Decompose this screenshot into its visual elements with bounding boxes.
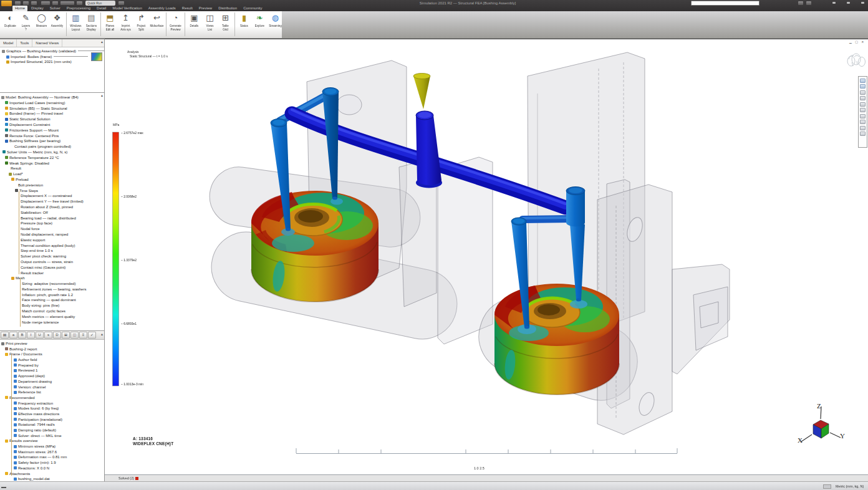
tree-row[interactable]: Refinement zones — bearing, washers [0,287,104,292]
details-toolbar-button[interactable]: ▤ [1,332,9,339]
details-row[interactable]: Minimum stress (MPa) [0,444,104,449]
tree-row[interactable]: Match control: cyclic faces [0,309,104,314]
project-tab[interactable]: Named Views [32,39,62,47]
tree-row[interactable]: Remote Force: Centered Pins [0,133,104,139]
details-toolbar-button[interactable]: B [18,332,26,339]
details-row[interactable]: Prepared by [0,363,104,368]
details-row[interactable]: Bushing-2 report [0,347,104,352]
details-row[interactable]: Modes found: 6 (by freq) [0,406,104,411]
details-row[interactable]: Reactions: X 0.0 N [0,466,104,471]
tree-row[interactable]: Model: Bushing Assembly — Nonlinear (B4) [0,95,104,100]
project-tab[interactable]: Model [0,39,17,47]
details-row[interactable]: Reference list [0,390,104,395]
tree-row[interactable]: Nodal displacement, ramped [0,232,104,238]
zoom-icon[interactable] [860,90,866,95]
tree-row[interactable]: Thermal condition applied (body) [0,243,104,249]
project-row[interactable]: Graphics — Bushing Assembly (validated) [0,49,104,54]
details-row[interactable]: Participation (translational) [0,417,104,423]
details-row[interactable]: Print preview [0,341,104,347]
details-toolbar-button[interactable]: ≡ [79,332,87,339]
light-icon[interactable] [860,132,866,136]
tree-row[interactable]: Step end time 1.0 s [0,248,104,254]
tree-row[interactable]: Stabilization: Off [0,210,104,216]
details-row[interactable]: Department drawing [0,379,104,385]
details-toolbar-button[interactable]: ✓ [88,332,96,339]
tree-row[interactable]: Rotation about Z (fixed), pinned [0,204,104,210]
tree-row[interactable]: Time Steps [0,188,104,194]
tree-row[interactable]: Load* [0,171,104,177]
pan-icon[interactable] [860,79,866,83]
details-toolbar-button[interactable]: ⊞ [62,332,70,339]
details-toolbar-button[interactable]: s [44,332,52,339]
front-icon[interactable] [860,102,866,107]
tree-row[interactable]: Result tracker [0,271,104,276]
tree-row[interactable]: Inflation: pinch, growth rate 1.2 [0,292,104,298]
details-row[interactable]: Approved (dept) [0,373,104,379]
tree-row[interactable]: Simulation (B5) — Static Structural [0,106,104,112]
details-row[interactable]: Deformation max — 0.81 mm [0,454,104,460]
tree-row[interactable]: Solver Units — Metric (mm, kg, N, s) [0,150,104,155]
details-toolbar-button[interactable]: I [27,332,35,339]
orientation-triad[interactable] [801,406,841,442]
panel1-scroll-arrow[interactable]: ▲ [100,40,104,44]
details-row[interactable]: Solver: direct — MKL time [0,433,104,439]
details-row[interactable]: Maximum stress: 267.6 [0,449,104,455]
project-row[interactable]: Imported Structural, 2021 (mm units) [0,59,104,65]
tree-row[interactable]: Bolt pretension [0,183,104,188]
tree-row[interactable]: Node merge tolerance [0,320,104,325]
details-toolbar-button[interactable]: D [53,332,61,339]
tree-row[interactable]: Static Structural Solution [0,117,104,122]
details-row[interactable]: Safety factor (min): 1.9 [0,460,104,466]
tree-row[interactable]: Contact misc (Gauss point) [0,265,104,271]
wireframe-icon[interactable] [860,114,866,118]
tree-row[interactable]: Displacement Constraint [0,122,104,128]
details-row[interactable]: Frequency extraction [0,401,104,406]
project-tab[interactable]: Tools [17,39,32,47]
details-row[interactable]: Results overview [0,438,104,444]
tree-row[interactable]: Reference Temperature 22 °C [0,155,104,161]
details-row[interactable]: Version: channel [0,385,104,390]
iso-icon[interactable] [860,108,866,112]
tree-row[interactable]: Preload [0,177,104,183]
tree-scroll-arrow[interactable]: ▲ [100,94,104,97]
tree-row[interactable]: Displacement X — constrained [0,193,104,199]
tree-row[interactable]: Pressure (top face) [0,221,104,226]
tree-row[interactable]: Sizing: adaptive (recommended) [0,281,104,287]
details-row[interactable]: Attachments [0,471,104,477]
tree-row[interactable]: Displacement Y — free travel (limited) [0,199,104,204]
tree-row[interactable]: Body sizing: pins (fine) [0,303,104,309]
details-scroll-arrow[interactable]: ▲ [100,332,104,336]
tree-row[interactable]: Weak Springs: Disabled [0,161,104,166]
tree-row[interactable]: Bonded (frame) — Pinned travel [0,111,104,117]
preview-thumbnail[interactable] [91,52,102,61]
details-row[interactable]: Recommended [0,395,104,401]
details-row[interactable]: Frame / Documents [0,352,104,357]
details-toolbar-button[interactable]: ◫ [70,332,79,339]
tree-row[interactable]: Output controls — stress, strain [0,259,104,265]
details-row[interactable]: Rotational: 7944 rad/s [0,422,104,428]
tree-row[interactable]: Elastic support [0,238,104,243]
details-row[interactable]: Author field [0,357,104,363]
details-row[interactable]: bushing_model.dat [0,476,104,481]
rotate-icon[interactable] [860,84,866,89]
details-row[interactable]: Reviewed 1 [0,368,104,373]
shade-icon[interactable] [860,120,866,124]
tree-row[interactable]: Solver pivot check: warning [0,254,104,259]
details-toolbar-button[interactable]: U [36,332,44,339]
tree-row[interactable]: Frictionless Support — Mount [0,128,104,133]
details-toolbar-button[interactable]: a [9,332,17,339]
project-row[interactable]: Imported: Bodies (frame) [0,54,104,60]
tree-row[interactable]: Nodal force [0,226,104,232]
tree-row[interactable]: Mesh metrics — element quality [0,314,104,320]
details-row[interactable]: Damping ratio (default) [0,428,104,433]
details-row[interactable]: Effective mass directions [0,411,104,417]
tree-row[interactable]: Imported Load Cases (remaining) [0,100,104,106]
fit-icon[interactable] [860,96,866,100]
tree-row[interactable]: Bushing Stiffness (per bearing) [0,138,104,144]
edge-icon[interactable] [860,126,866,130]
tree-row[interactable]: Face meshing — quad dominant [0,297,104,303]
tree-row[interactable]: Contact pairs (program controlled) [0,144,104,150]
tree-row[interactable]: Bearing load — radial, distributed [0,216,104,221]
tree-row[interactable]: Result [0,166,104,171]
tree-row[interactable]: Mesh [0,276,104,281]
